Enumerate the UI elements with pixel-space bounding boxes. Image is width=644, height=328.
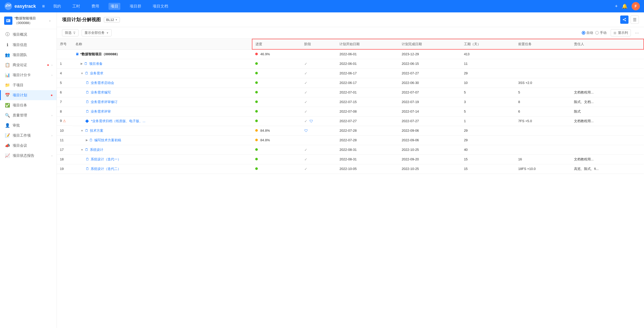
sidebar-expand-btn[interactable]: › <box>47 17 52 25</box>
cell-duration: 29 <box>461 68 515 78</box>
expand-down-icon[interactable]: ▼ <box>81 129 83 132</box>
cell-duration: 10 <box>461 78 515 88</box>
cell-progress <box>252 97 301 107</box>
task-name-text[interactable]: 系统设计 <box>90 147 103 152</box>
table-row: 18 🗒 系统设计（迭代一） ✓ 2022-08-31 2022-0 <box>57 154 644 164</box>
sidebar-item-quality[interactable]: 🔍 质量管理 › <box>0 110 57 120</box>
expand-down-icon[interactable]: ▼ <box>81 148 83 151</box>
sidebar-item-info[interactable]: ℹ 项目信息 <box>0 40 57 50</box>
bell-icon[interactable]: 🔔 <box>622 3 627 9</box>
nav-item-mine[interactable]: 我的 <box>51 3 63 10</box>
sidebar-item-approval[interactable]: 👤 审批 <box>0 120 57 130</box>
milestone-icon <box>85 119 89 123</box>
sidebar-item-business[interactable]: 📋 商业论证 › <box>0 60 57 70</box>
check-icon: ✓ <box>304 71 307 75</box>
sidebar-item-plan[interactable]: 📅 项目计划 <box>0 90 57 100</box>
manual-radio <box>595 31 599 35</box>
more-menu-button[interactable]: ☰ <box>631 15 639 24</box>
task-name-text[interactable]: *业务需求归档（纸质版、电子版、... <box>91 119 145 123</box>
toolbar-more-button[interactable]: ··· <box>635 30 639 36</box>
expand-right-icon[interactable]: ▶ <box>86 138 88 142</box>
cell-end: 2022-06-30 <box>399 78 461 88</box>
manual-option[interactable]: 手动 <box>595 30 607 35</box>
sidebar-item-scorecard[interactable]: 📊 项目计分卡 › <box>0 70 57 80</box>
cell-seq: 9 ⚠ <box>57 116 72 126</box>
cell-end: 2022-10-25 <box>399 145 461 154</box>
task-name-text[interactable]: 业务需求启动会 <box>91 81 114 85</box>
nav-item-expenses[interactable]: 费用 <box>89 3 101 10</box>
cell-seq: 8 <box>57 107 72 116</box>
auto-radio <box>582 31 585 35</box>
nav-item-docs[interactable]: 项目文档 <box>151 3 170 10</box>
avatar[interactable]: F <box>632 2 640 10</box>
task-name-text[interactable]: 业务需求 <box>90 71 103 76</box>
sidebar-item-status-report[interactable]: 📈 项目状态报告 › <box>0 151 57 161</box>
column-display-button[interactable]: ⊞ 显示列 <box>611 29 631 36</box>
cell-predecessor <box>515 135 571 145</box>
check-icon: ✓ <box>304 157 307 161</box>
expand-right-icon[interactable]: ▶ <box>81 62 83 65</box>
cell-predecessor: 7FS +5.0 <box>515 116 571 126</box>
col-progress: 进度 <box>252 39 301 49</box>
cell-duration: 15 <box>461 154 515 164</box>
cell-assignee: 文档教程用... <box>571 116 644 126</box>
sidebar-item-team[interactable]: 👥 项目团队 <box>0 50 57 60</box>
task-display-selector[interactable]: 显示全部任务 ▼ <box>82 29 112 36</box>
cell-duration: 11 <box>461 59 515 68</box>
task-name-text[interactable]: 系统设计（迭代一） <box>91 157 121 162</box>
check-icon: ✓ <box>304 119 307 123</box>
share-button[interactable] <box>620 15 629 24</box>
project-root-name[interactable]: *数据智能项目（000088） <box>80 52 120 57</box>
baseline-selector[interactable]: BL12 ▼ <box>104 17 120 22</box>
cell-start: 2022-06-01 <box>336 59 399 68</box>
check-icon: ✓ <box>304 110 307 114</box>
sidebar-item-overview[interactable]: ⓘ 项目概况 <box>0 29 57 40</box>
cell-phase: ✓ <box>301 164 336 174</box>
logo[interactable]: easytrack <box>4 2 36 10</box>
cell-phase: 🛡 <box>301 126 336 135</box>
sidebar-project: *数据智能项目（000088） › <box>0 12 57 29</box>
hamburger-menu[interactable]: ≡ <box>42 4 45 9</box>
table-body: 🖥 *数据智能项目（000088） 46.9% 2022-06-01 2023-… <box>57 49 644 174</box>
sidebar-item-overview-label: 项目概况 <box>13 32 52 37</box>
sidebar-item-meetings[interactable]: 📣 项目会议 <box>0 140 57 151</box>
task-type-icon: 🗒 <box>86 110 89 113</box>
sidebar-item-business-label: 商业论证 <box>13 63 45 67</box>
task-name-text[interactable]: 业务需求评审 <box>91 109 111 114</box>
cell-phase <box>301 135 336 145</box>
nav-item-projects[interactable]: 项目 <box>108 3 120 10</box>
filter-button[interactable]: 筛选 ⊽ <box>62 29 79 36</box>
task-name-text[interactable]: 技术方案 <box>90 128 103 133</box>
sidebar-item-subproject[interactable]: 📁 子项目 <box>0 80 57 90</box>
task-name-text[interactable]: 编写技术方案初稿 <box>94 138 121 143</box>
add-icon[interactable]: + <box>615 4 618 9</box>
task-name-text[interactable]: 系统设计（迭代二） <box>91 167 121 171</box>
sidebar-item-tasks[interactable]: ✅ 项目任务 <box>0 100 57 110</box>
table-row: 6 🗒 业务需求编写 ✓ 2022-07-01 2022-07-07 <box>57 88 644 97</box>
expand-down-icon[interactable]: ▼ <box>81 72 83 75</box>
progress-value: 84.8% <box>260 129 270 132</box>
meetings-icon: 📣 <box>5 143 10 148</box>
task-name-text[interactable]: 业务需求评审修订 <box>91 100 118 104</box>
top-navigation: easytrack ≡ 我的 工时 费用 项目 项目群 项目文档 + 🔔 F <box>0 0 644 12</box>
sidebar-item-workitems[interactable]: 📝 项目工作项 › <box>0 130 57 140</box>
task-name-text[interactable]: 项目准备 <box>89 61 103 66</box>
cell-start: 2022-07-15 <box>336 97 399 107</box>
cell-predecessor <box>515 126 571 135</box>
cell-start: 2022-07-28 <box>336 126 399 135</box>
nav-item-program[interactable]: 项目群 <box>128 3 143 10</box>
business-dot <box>47 64 49 66</box>
cell-progress <box>252 154 301 164</box>
page-title: 项目计划-分解视图 <box>62 17 101 23</box>
cell-phase: ✓ <box>301 145 336 154</box>
col-display-label: 显示列 <box>618 30 628 35</box>
cell-predecessor <box>515 145 571 154</box>
cell-name: ▼ 🗒 系统设计 <box>72 145 252 154</box>
task-name-text[interactable]: 业务需求编写 <box>91 90 111 95</box>
auto-option[interactable]: 自动 <box>582 30 593 35</box>
cell-progress <box>252 164 301 174</box>
progress-dot <box>255 167 258 170</box>
approval-icon: 👤 <box>5 123 10 128</box>
sidebar-item-approval-label: 审批 <box>13 123 52 128</box>
nav-item-hours[interactable]: 工时 <box>70 3 82 10</box>
